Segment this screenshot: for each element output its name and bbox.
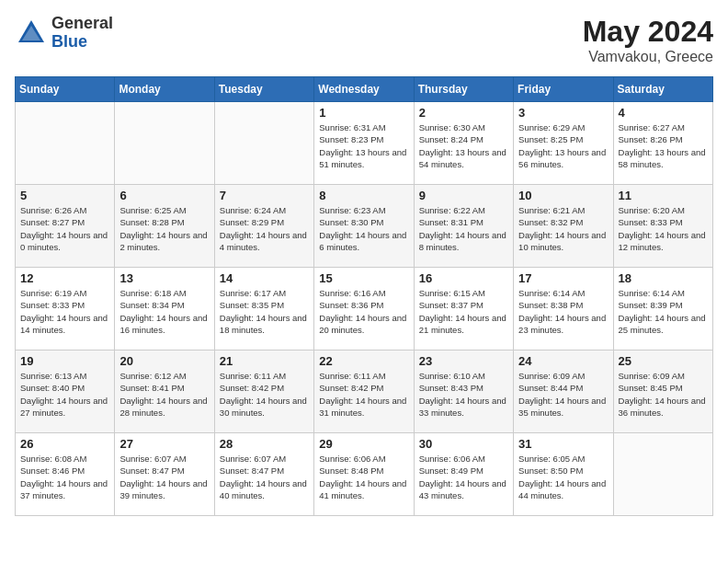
- calendar-cell: 13Sunrise: 6:18 AM Sunset: 8:34 PM Dayli…: [115, 268, 214, 350]
- calendar-cell: 21Sunrise: 6:11 AM Sunset: 8:42 PM Dayli…: [214, 350, 313, 433]
- calendar-cell: 7Sunrise: 6:24 AM Sunset: 8:29 PM Daylig…: [214, 185, 313, 268]
- day-number: 11: [619, 189, 708, 202]
- day-number: 4: [619, 106, 708, 120]
- calendar-cell: 10Sunrise: 6:21 AM Sunset: 8:32 PM Dayli…: [514, 185, 613, 268]
- calendar-cell: 26Sunrise: 6:08 AM Sunset: 8:46 PM Dayli…: [16, 433, 115, 516]
- day-info: Sunrise: 6:06 AM Sunset: 8:48 PM Dayligh…: [319, 453, 408, 501]
- day-number: 19: [20, 354, 109, 368]
- day-number: 24: [518, 354, 608, 368]
- logo-blue: Blue: [51, 33, 113, 52]
- day-info: Sunrise: 6:07 AM Sunset: 8:47 PM Dayligh…: [119, 453, 209, 501]
- day-number: 17: [518, 271, 608, 285]
- calendar-cell: 5Sunrise: 6:26 AM Sunset: 8:27 PM Daylig…: [16, 185, 115, 268]
- weekday-header: Friday: [514, 77, 613, 102]
- day-number: 9: [419, 189, 508, 202]
- day-info: Sunrise: 6:05 AM Sunset: 8:50 PM Dayligh…: [518, 453, 608, 501]
- day-number: 21: [220, 354, 309, 368]
- day-number: 10: [518, 189, 608, 202]
- day-info: Sunrise: 6:12 AM Sunset: 8:41 PM Dayligh…: [119, 370, 209, 419]
- calendar-cell: 11Sunrise: 6:20 AM Sunset: 8:33 PM Dayli…: [613, 185, 712, 268]
- logo: General Blue: [15, 15, 113, 52]
- calendar-cell: 15Sunrise: 6:16 AM Sunset: 8:36 PM Dayli…: [314, 268, 414, 350]
- calendar-cell: 12Sunrise: 6:19 AM Sunset: 8:33 PM Dayli…: [16, 268, 115, 350]
- calendar-cell: 27Sunrise: 6:07 AM Sunset: 8:47 PM Dayli…: [115, 433, 214, 516]
- logo-icon: [15, 17, 48, 50]
- day-number: 7: [220, 189, 309, 202]
- day-info: Sunrise: 6:08 AM Sunset: 8:46 PM Dayligh…: [20, 453, 109, 501]
- day-number: 5: [20, 189, 109, 202]
- calendar-week-row: 1Sunrise: 6:31 AM Sunset: 8:23 PM Daylig…: [16, 102, 713, 185]
- weekday-header: Sunday: [16, 77, 115, 102]
- day-info: Sunrise: 6:21 AM Sunset: 8:32 PM Dayligh…: [518, 204, 608, 253]
- calendar-cell: 23Sunrise: 6:10 AM Sunset: 8:43 PM Dayli…: [414, 350, 513, 433]
- day-info: Sunrise: 6:09 AM Sunset: 8:45 PM Dayligh…: [619, 370, 708, 419]
- calendar-week-row: 5Sunrise: 6:26 AM Sunset: 8:27 PM Daylig…: [16, 185, 713, 268]
- calendar-cell: 24Sunrise: 6:09 AM Sunset: 8:44 PM Dayli…: [514, 350, 613, 433]
- day-number: 20: [119, 354, 209, 368]
- day-info: Sunrise: 6:25 AM Sunset: 8:28 PM Dayligh…: [119, 204, 209, 253]
- day-number: 25: [619, 354, 708, 368]
- day-info: Sunrise: 6:07 AM Sunset: 8:47 PM Dayligh…: [220, 453, 309, 501]
- weekday-header-row: SundayMondayTuesdayWednesdayThursdayFrid…: [16, 77, 713, 102]
- weekday-header: Thursday: [414, 77, 513, 102]
- weekday-header: Saturday: [613, 77, 712, 102]
- calendar-cell: [115, 102, 214, 185]
- day-info: Sunrise: 6:26 AM Sunset: 8:27 PM Dayligh…: [20, 204, 109, 253]
- day-number: 31: [518, 437, 608, 451]
- day-info: Sunrise: 6:19 AM Sunset: 8:33 PM Dayligh…: [20, 287, 109, 336]
- calendar-cell: 14Sunrise: 6:17 AM Sunset: 8:35 PM Dayli…: [214, 268, 313, 350]
- calendar-week-row: 12Sunrise: 6:19 AM Sunset: 8:33 PM Dayli…: [16, 268, 713, 350]
- day-info: Sunrise: 6:20 AM Sunset: 8:33 PM Dayligh…: [619, 204, 708, 253]
- calendar-week-row: 26Sunrise: 6:08 AM Sunset: 8:46 PM Dayli…: [16, 433, 713, 516]
- title-block: May 2024 Vamvakou, Greece: [583, 15, 713, 65]
- calendar-cell: 6Sunrise: 6:25 AM Sunset: 8:28 PM Daylig…: [115, 185, 214, 268]
- calendar-cell: 8Sunrise: 6:23 AM Sunset: 8:30 PM Daylig…: [314, 185, 414, 268]
- day-number: 3: [518, 106, 608, 120]
- logo-general: General: [51, 15, 113, 33]
- day-info: Sunrise: 6:31 AM Sunset: 8:23 PM Dayligh…: [319, 121, 408, 170]
- day-info: Sunrise: 6:16 AM Sunset: 8:36 PM Dayligh…: [319, 287, 408, 336]
- calendar-table: SundayMondayTuesdayWednesdayThursdayFrid…: [15, 76, 713, 516]
- day-number: 16: [419, 271, 508, 285]
- day-info: Sunrise: 6:13 AM Sunset: 8:40 PM Dayligh…: [20, 370, 109, 419]
- day-number: 8: [319, 189, 408, 202]
- month-year: May 2024: [583, 15, 713, 49]
- calendar-week-row: 19Sunrise: 6:13 AM Sunset: 8:40 PM Dayli…: [16, 350, 713, 433]
- day-number: 23: [419, 354, 508, 368]
- calendar-cell: 31Sunrise: 6:05 AM Sunset: 8:50 PM Dayli…: [514, 433, 613, 516]
- day-info: Sunrise: 6:15 AM Sunset: 8:37 PM Dayligh…: [419, 287, 508, 336]
- day-number: 14: [220, 271, 309, 285]
- day-number: 27: [119, 437, 209, 451]
- calendar-cell: 20Sunrise: 6:12 AM Sunset: 8:41 PM Dayli…: [115, 350, 214, 433]
- day-number: 12: [20, 271, 109, 285]
- day-info: Sunrise: 6:14 AM Sunset: 8:39 PM Dayligh…: [619, 287, 708, 336]
- location: Vamvakou, Greece: [583, 49, 713, 65]
- day-info: Sunrise: 6:10 AM Sunset: 8:43 PM Dayligh…: [419, 370, 508, 419]
- calendar-cell: 28Sunrise: 6:07 AM Sunset: 8:47 PM Dayli…: [214, 433, 313, 516]
- day-number: 6: [119, 189, 209, 202]
- day-info: Sunrise: 6:29 AM Sunset: 8:25 PM Dayligh…: [518, 121, 608, 170]
- day-number: 1: [319, 106, 408, 120]
- day-info: Sunrise: 6:24 AM Sunset: 8:29 PM Dayligh…: [220, 204, 309, 253]
- calendar-cell: 30Sunrise: 6:06 AM Sunset: 8:49 PM Dayli…: [414, 433, 513, 516]
- calendar-cell: 29Sunrise: 6:06 AM Sunset: 8:48 PM Dayli…: [314, 433, 414, 516]
- calendar-cell: 4Sunrise: 6:27 AM Sunset: 8:26 PM Daylig…: [613, 102, 712, 185]
- day-info: Sunrise: 6:14 AM Sunset: 8:38 PM Dayligh…: [518, 287, 608, 336]
- weekday-header: Wednesday: [314, 77, 414, 102]
- calendar-cell: 18Sunrise: 6:14 AM Sunset: 8:39 PM Dayli…: [613, 268, 712, 350]
- day-number: 29: [319, 437, 408, 451]
- day-info: Sunrise: 6:11 AM Sunset: 8:42 PM Dayligh…: [319, 370, 408, 419]
- day-info: Sunrise: 6:23 AM Sunset: 8:30 PM Dayligh…: [319, 204, 408, 253]
- day-info: Sunrise: 6:27 AM Sunset: 8:26 PM Dayligh…: [619, 121, 708, 170]
- day-number: 22: [319, 354, 408, 368]
- day-info: Sunrise: 6:22 AM Sunset: 8:31 PM Dayligh…: [419, 204, 508, 253]
- day-number: 30: [419, 437, 508, 451]
- day-info: Sunrise: 6:30 AM Sunset: 8:24 PM Dayligh…: [419, 121, 508, 170]
- day-number: 28: [220, 437, 309, 451]
- day-number: 13: [119, 271, 209, 285]
- calendar-cell: 22Sunrise: 6:11 AM Sunset: 8:42 PM Dayli…: [314, 350, 414, 433]
- day-number: 26: [20, 437, 109, 451]
- logo-text: General Blue: [51, 15, 113, 52]
- calendar-cell: 25Sunrise: 6:09 AM Sunset: 8:45 PM Dayli…: [613, 350, 712, 433]
- day-number: 15: [319, 271, 408, 285]
